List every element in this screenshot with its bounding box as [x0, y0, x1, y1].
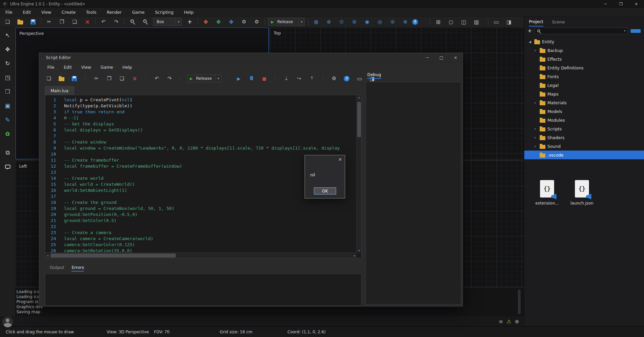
dialog-close-icon[interactable]: ×: [338, 157, 342, 162]
redo-icon[interactable]: ↷: [111, 17, 121, 26]
code-line[interactable]: Notify(type(p.GetVisible)): [64, 103, 356, 109]
world-icon-8[interactable]: ⊗: [400, 17, 410, 26]
tree-item-modules[interactable]: Modules: [524, 116, 644, 124]
layout-single-icon[interactable]: ◻: [446, 17, 456, 26]
dialog-ok-button[interactable]: OK: [314, 187, 336, 194]
paint-tool-icon[interactable]: ✎: [3, 115, 13, 125]
code-line[interactable]: local ground = CreateBox(world, 50, 1, 5…: [64, 206, 356, 212]
rotate-gizmo-icon[interactable]: ✥: [214, 17, 223, 26]
tree-item-models[interactable]: Models: [524, 107, 644, 116]
mesh-tool-icon[interactable]: ▣: [3, 101, 13, 111]
code-line[interactable]: -- Create the ground: [64, 200, 356, 206]
code-line[interactable]: -- Create a camera: [64, 230, 356, 236]
scroll-down-icon[interactable]: ▾: [357, 248, 362, 253]
delete-icon[interactable]: ×: [83, 17, 92, 26]
se-step-over-icon[interactable]: ↪: [294, 74, 304, 83]
add-button[interactable]: +: [528, 28, 532, 34]
tree-item-scripts[interactable]: ▹Scripts: [524, 124, 644, 133]
collapsed-arrow-icon[interactable]: ▹: [533, 145, 538, 148]
se-menu-game[interactable]: Game: [101, 65, 113, 70]
layout-split-icon[interactable]: ◫: [459, 17, 469, 26]
move-tool-icon[interactable]: ✥: [3, 44, 13, 54]
se-panel-bottom-icon[interactable]: ▭: [355, 74, 364, 83]
icon-size-slider[interactable]: [631, 29, 641, 33]
select-tool-icon[interactable]: ↖: [3, 30, 13, 40]
se-help-icon[interactable]: ?: [342, 74, 352, 83]
tree-item-effects[interactable]: Effects: [524, 55, 644, 63]
code-line[interactable]: ⊟--[[: [64, 115, 356, 121]
collapsed-arrow-icon[interactable]: ▹: [533, 49, 538, 52]
collapsed-arrow-icon[interactable]: ▹: [533, 136, 538, 139]
error-filter-icon[interactable]: ⊗: [515, 319, 519, 325]
world-icon-5[interactable]: ◉: [362, 17, 372, 26]
se-menu-help[interactable]: Help: [122, 65, 132, 70]
tree-item-fonts[interactable]: Fonts: [524, 72, 644, 81]
se-pause-icon[interactable]: Ⅱ: [247, 74, 256, 83]
tree-item-legal[interactable]: Legal: [524, 81, 644, 90]
tab-debug[interactable]: Debug: [367, 72, 381, 79]
code-line[interactable]: local window = CreateWindow("Leadwerks",…: [64, 145, 356, 151]
collapsed-arrow-icon[interactable]: ▹: [533, 101, 538, 104]
tree-item-maps[interactable]: Maps: [524, 90, 644, 98]
tab-scene[interactable]: Scene: [552, 17, 565, 26]
hierarchy-tool-icon[interactable]: ⧉: [3, 148, 13, 158]
code-line[interactable]: -- Get the displays: [64, 121, 356, 127]
code-line[interactable]: ground:SetPosition(0,-0.5,0): [64, 212, 356, 218]
chevron-down-icon[interactable]: ▾: [299, 18, 305, 25]
se-save-icon[interactable]: [69, 74, 79, 83]
settings-gear-icon[interactable]: ⚙: [252, 17, 262, 26]
world-icon-2[interactable]: ⊕: [324, 17, 334, 26]
code-line[interactable]: [64, 133, 356, 139]
translate-gizmo-icon[interactable]: ✥: [201, 17, 211, 26]
console-scrollbar[interactable]: [518, 289, 521, 314]
scale-gizmo-icon[interactable]: ✥: [226, 17, 236, 26]
menu-game[interactable]: Game: [132, 10, 145, 15]
file-item-1[interactable]: {}extension...: [534, 180, 560, 206]
scroll-right-icon[interactable]: ▸: [352, 253, 357, 258]
menu-create[interactable]: Create: [62, 10, 76, 15]
se-stop-icon[interactable]: ■: [259, 74, 269, 83]
menu-file[interactable]: File: [5, 10, 12, 15]
add-primitive-icon[interactable]: +: [185, 17, 195, 26]
menu-scripting[interactable]: Scripting: [155, 10, 174, 15]
code-fold-icon[interactable]: ⊟: [64, 115, 67, 120]
new-scene-icon[interactable]: ❏: [3, 17, 12, 26]
comment-tool-icon[interactable]: [3, 162, 13, 172]
se-maximize-button[interactable]: □: [434, 53, 448, 62]
world-icon-4[interactable]: ⊚: [350, 17, 359, 26]
physics-gear-icon[interactable]: ⚙: [239, 17, 249, 26]
code-line[interactable]: [64, 224, 356, 230]
paste-icon[interactable]: ❑: [70, 17, 79, 26]
rotate-tool-icon[interactable]: ↻: [3, 58, 13, 68]
tree-item-shaders[interactable]: ▹Shaders: [524, 133, 644, 142]
world-icon-6[interactable]: ◎: [375, 17, 385, 26]
layout-quad-icon[interactable]: ⊞: [433, 17, 443, 26]
se-cut-icon[interactable]: ✂: [92, 74, 101, 83]
script-editor-titlebar[interactable]: Script Editor ─ □ ×: [39, 53, 463, 62]
scroll-left-icon[interactable]: ◂: [45, 253, 50, 258]
code-line[interactable]: -- Create window: [64, 139, 356, 145]
menu-tools[interactable]: Tools: [86, 10, 96, 15]
warning-icon[interactable]: ⚠: [507, 319, 511, 325]
se-run-mode-dropdown[interactable]: ▶ Release ▾: [187, 74, 221, 82]
menu-view[interactable]: View: [41, 10, 51, 15]
se-step-into-icon[interactable]: ⇣: [281, 74, 291, 83]
log-list-icon[interactable]: ≡: [499, 319, 503, 325]
se-minimize-button[interactable]: ─: [420, 53, 434, 62]
se-open-folder-icon[interactable]: [57, 74, 66, 83]
expanded-arrow-icon[interactable]: ◢: [528, 40, 532, 43]
tab-errors[interactable]: Errors: [71, 265, 84, 272]
file-item-2[interactable]: {}launch.json: [569, 180, 595, 206]
search-input[interactable]: ▾: [535, 27, 628, 34]
run-mode-dropdown[interactable]: ▶ Release ▾: [268, 18, 305, 26]
primitive-dropdown[interactable]: Box ▾: [153, 18, 182, 26]
code-line[interactable]: if true then return end: [64, 109, 356, 115]
box-tool-icon[interactable]: ❒: [3, 87, 13, 97]
close-button[interactable]: ×: [629, 0, 644, 8]
se-step-out-icon[interactable]: ⇡: [307, 74, 317, 83]
zoom-icon[interactable]: [127, 17, 137, 26]
foliage-tool-icon[interactable]: ✿: [3, 129, 13, 139]
horizontal-scrollbar[interactable]: ◂ ▸: [45, 252, 357, 258]
chevron-down-icon[interactable]: ▾: [215, 75, 221, 82]
tab-project[interactable]: Project: [529, 17, 543, 26]
